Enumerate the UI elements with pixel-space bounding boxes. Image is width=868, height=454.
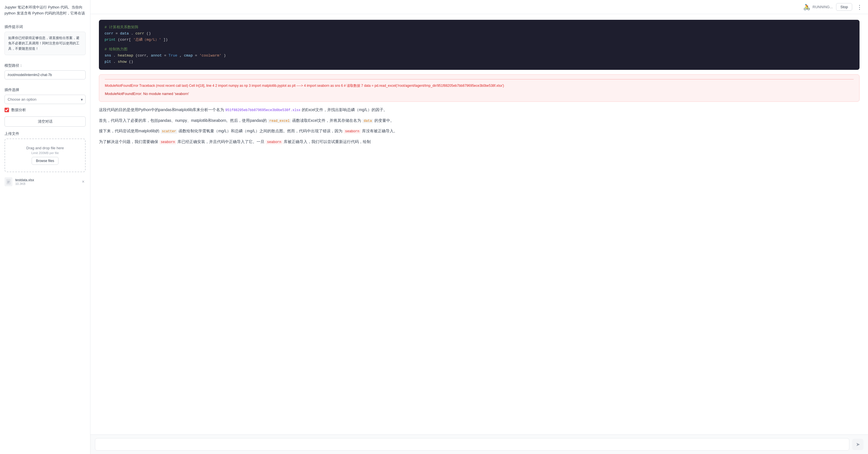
plugin-hint-label: 插件提示词 bbox=[4, 24, 86, 29]
analysis-p3: 接下来，代码尝试使用matplotlib的 scatter 函数绘制化学需氧量（… bbox=[99, 127, 860, 135]
error-box: ModuleNotFoundError Traceback (most rece… bbox=[99, 74, 860, 102]
chat-area[interactable]: # 计算相关系数矩阵 corr = data . corr () print (… bbox=[90, 14, 868, 434]
topbar: 🚴 RUNNING... Stop ⋮ bbox=[90, 0, 868, 14]
input-bar: ➤ bbox=[90, 434, 868, 454]
file-size: 10.3KB bbox=[15, 182, 78, 185]
drop-limit: Limit 200MB per file bbox=[10, 151, 81, 155]
seaborn-code-3: seaborn bbox=[266, 140, 283, 145]
file-remove-button[interactable]: × bbox=[81, 179, 86, 185]
file-info: testdata.xlsx 10.3KB bbox=[15, 178, 78, 185]
file-item: testdata.xlsx 10.3KB × bbox=[4, 175, 86, 188]
analysis-p2: 首先，代码导入了必要的库，包括pandas、numpy、matplotlib和s… bbox=[99, 117, 860, 124]
data-code: data bbox=[362, 119, 373, 123]
clear-dialog-button[interactable]: 清空对话 bbox=[4, 117, 86, 127]
code-var-corr: corr bbox=[104, 31, 113, 36]
upload-label: 上传文件 bbox=[4, 131, 86, 136]
plugin-select[interactable]: Choose an option 数据分析 bbox=[4, 95, 86, 104]
code-block: # 计算相关系数矩阵 corr = data . corr () print (… bbox=[99, 20, 860, 70]
model-path-label: 模型路径： bbox=[4, 63, 86, 68]
seaborn-code-1: seaborn bbox=[344, 129, 361, 134]
upload-dropzone[interactable]: Drag and drop file here Limit 200MB per … bbox=[4, 139, 86, 172]
running-indicator: 🚴 RUNNING... bbox=[803, 4, 833, 10]
main-panel: 🚴 RUNNING... Stop ⋮ # 计算相关系数矩阵 corr = da… bbox=[90, 0, 868, 454]
file-name: testdata.xlsx bbox=[15, 178, 78, 182]
model-path-input[interactable] bbox=[4, 70, 86, 80]
browse-files-button[interactable]: Browse files bbox=[32, 157, 59, 165]
menu-button[interactable]: ⋮ bbox=[856, 3, 864, 11]
plugin-select-label: 插件选择 bbox=[4, 87, 86, 92]
file-reference: 951f88205eb7bb879695ece3b0be538f.xlsx bbox=[225, 108, 300, 112]
sidebar-intro-text: Jupyter 笔记本环境中运行 Python 代码。当你向 python 发送… bbox=[4, 4, 86, 17]
chat-input[interactable] bbox=[95, 438, 849, 451]
analysis-p1: 这段代码的目的是使用Python中的pandas和matplotlib库来分析一… bbox=[99, 106, 860, 114]
data-analysis-label: 数据分析 bbox=[11, 108, 26, 113]
sidebar: Jupyter 笔记本环境中运行 Python 代码。当你向 python 发送… bbox=[0, 0, 90, 454]
bike-icon: 🚴 bbox=[803, 4, 810, 10]
plugin-hint-box: 如果你已经获得足够信息，请直接给出答案，避免不必要的工具调用！同时注意你可以使用… bbox=[4, 32, 86, 55]
checkbox-row: 数据分析 bbox=[4, 108, 86, 113]
read-excel-code: read_excel bbox=[268, 119, 291, 123]
code-comment-1: # 计算相关系数矩阵 bbox=[104, 25, 138, 29]
send-button[interactable]: ➤ bbox=[852, 439, 864, 450]
seaborn-code-2: seaborn bbox=[159, 140, 176, 145]
running-text: RUNNING... bbox=[813, 5, 833, 9]
scatter-code: scatter bbox=[160, 129, 178, 134]
svg-rect-0 bbox=[6, 179, 11, 185]
plugin-select-wrapper: Choose an option 数据分析 ▾ bbox=[4, 95, 86, 104]
analysis-p4: 为了解决这个问题，我们需要确保 seaborn 库已经正确安装，并且代码中正确导… bbox=[99, 138, 860, 146]
file-icon bbox=[4, 177, 12, 186]
data-analysis-checkbox[interactable] bbox=[4, 108, 9, 112]
error-main: ModuleNotFoundError: No module named 'se… bbox=[105, 91, 854, 97]
drop-text: Drag and drop file here bbox=[10, 146, 81, 150]
error-trace: ModuleNotFoundError Traceback (most rece… bbox=[105, 83, 854, 89]
code-comment-2: # 绘制热力图 bbox=[104, 47, 127, 52]
send-icon: ➤ bbox=[856, 441, 860, 448]
stop-button[interactable]: Stop bbox=[836, 3, 852, 11]
